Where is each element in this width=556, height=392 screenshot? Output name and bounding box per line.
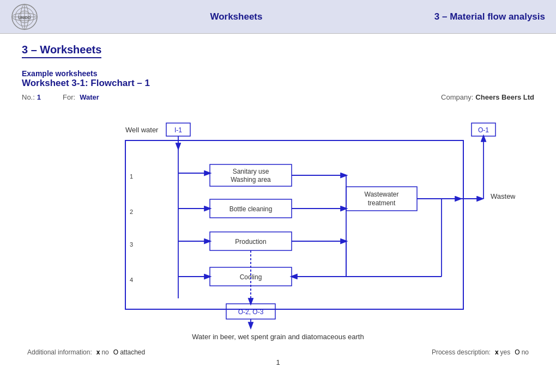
svg-rect-11 <box>125 140 463 309</box>
flowchart-svg: Well water I-1 1 Sanitary use Washing ar… <box>41 108 515 336</box>
svg-text:3: 3 <box>130 241 133 248</box>
svg-text:Wastewater: Wastewater <box>365 191 399 198</box>
additional-row: Additional information: x no O attached … <box>22 348 534 356</box>
logo: UNIDO <box>11 3 38 30</box>
example-label: Example worksheets <box>22 69 534 78</box>
page-number: 1 <box>22 358 534 366</box>
svg-text:UNIDO: UNIDO <box>19 16 31 20</box>
page-header: UNIDO Worksheets 3 – Material flow analy… <box>0 0 556 34</box>
svg-text:Production: Production <box>235 238 266 246</box>
worksheet-title: Worksheet 3-1: Flowchart – 1 <box>22 78 534 89</box>
svg-text:treatment: treatment <box>368 199 396 207</box>
meta-row: No.: 1 For: Water Company: Cheers Beers … <box>22 93 534 101</box>
svg-text:I-1: I-1 <box>174 126 182 134</box>
svg-text:Washing area: Washing area <box>231 176 271 183</box>
page-heading: 3 – Worksheets <box>22 44 101 58</box>
svg-text:O-1: O-1 <box>478 126 489 134</box>
svg-text:4: 4 <box>130 277 133 283</box>
header-right-title: 3 – Material flow analysis <box>434 11 545 22</box>
flowchart: Well water I-1 1 Sanitary use Washing ar… <box>41 108 515 338</box>
header-center-title: Worksheets <box>210 11 262 22</box>
svg-text:O-2, O-3: O-2, O-3 <box>238 308 264 316</box>
svg-text:Well water: Well water <box>125 126 159 134</box>
svg-text:1: 1 <box>130 173 133 180</box>
page-content: 3 – Worksheets Example worksheets Worksh… <box>0 34 556 372</box>
svg-text:Wastewater: Wastewater <box>491 192 515 200</box>
svg-text:Sanitary use: Sanitary use <box>233 168 269 175</box>
svg-text:2: 2 <box>130 209 133 215</box>
svg-text:Bottle cleaning: Bottle cleaning <box>229 205 273 213</box>
